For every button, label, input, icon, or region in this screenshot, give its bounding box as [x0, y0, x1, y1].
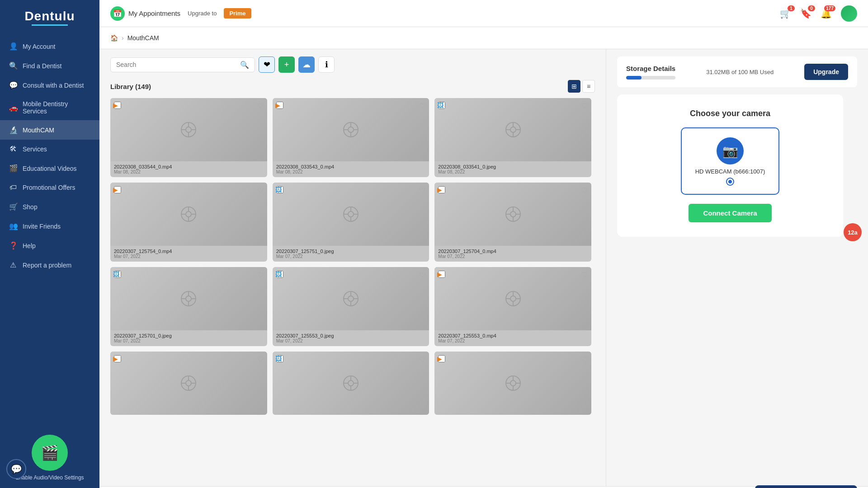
media-thumbnail: ♡ 🖼: [434, 98, 591, 161]
media-thumbnail: ♡ 🖼: [273, 183, 429, 246]
media-item[interactable]: ♡ ▶ 20220308_033543_0.mp4 Mar 08, 2022: [273, 98, 429, 177]
info-button[interactable]: ℹ: [318, 56, 335, 73]
nav-label-report-problem: Report a problem: [23, 262, 71, 269]
media-heart-icon[interactable]: ♡: [581, 186, 588, 195]
media-item[interactable]: ♡ ▶ 20220307_125754_0.mp4 Mar 07, 2022: [110, 183, 267, 262]
sidebar-item-services[interactable]: 🛠Services: [0, 140, 99, 159]
cart-icon[interactable]: 🛒 1: [780, 8, 791, 19]
sidebar-item-help[interactable]: ❓Help: [0, 236, 99, 255]
media-item[interactable]: ♡ 🖼 20220308_033541_0.jpeg Mar 08, 2022: [434, 98, 591, 177]
media-date: Mar 08, 2022: [114, 169, 264, 174]
sidebar-item-find-dentist[interactable]: 🔍Find a Dentist: [0, 56, 99, 75]
media-heart-icon[interactable]: ♡: [419, 186, 425, 195]
appointments-label: My Appointments: [128, 9, 180, 17]
sidebar-item-mouthcam[interactable]: 🔬MouthCAM: [0, 120, 99, 140]
nav-icon-my-account: 👤: [9, 42, 17, 51]
media-item[interactable]: ♡ ▶ 20220307_125553_0.mp4 Mar 07, 2022: [434, 267, 591, 346]
media-heart-icon[interactable]: ♡: [581, 102, 588, 110]
search-input[interactable]: [116, 61, 240, 68]
media-heart-icon[interactable]: ♡: [257, 355, 264, 364]
media-item[interactable]: ♡ 🖼 20220307_125701_0.jpeg Mar 07, 2022: [110, 267, 267, 346]
sidebar-item-educational-videos[interactable]: 🎬Educational Videos: [0, 159, 99, 178]
connect-camera-button[interactable]: Connect Camera: [689, 204, 771, 222]
media-heart-icon[interactable]: ♡: [581, 355, 588, 364]
media-item[interactable]: ♡ ▶: [110, 352, 267, 415]
media-info: 20220307_125701_0.jpeg Mar 07, 2022: [110, 330, 267, 346]
media-item[interactable]: ♡ 🖼: [273, 352, 429, 415]
image-type-icon: 🖼: [275, 355, 282, 362]
svg-point-37: [186, 296, 191, 301]
media-item[interactable]: ♡ 🖼 20220307_125553_0.jpeg Mar 07, 2022: [273, 267, 429, 346]
media-date: Mar 07, 2022: [438, 254, 588, 259]
media-heart-icon[interactable]: ♡: [419, 102, 425, 110]
media-thumbnail: ♡ ▶: [434, 267, 591, 330]
media-heart-icon[interactable]: ♡: [257, 186, 264, 195]
sidebar-item-shop[interactable]: 🛒Shop: [0, 197, 99, 216]
modal-title: Choose your camera: [690, 109, 770, 118]
nav-icon-mobile-dentistry: 🚗: [9, 103, 17, 112]
media-thumbnail: ♡ ▶: [110, 352, 267, 415]
svg-point-49: [510, 296, 516, 301]
prime-badge[interactable]: Prime: [224, 8, 251, 19]
svg-point-55: [186, 380, 191, 386]
video-type-icon: ▶: [113, 102, 118, 109]
media-heart-icon[interactable]: ♡: [257, 271, 264, 279]
media-info: 20220307_125704_0.mp4 Mar 07, 2022: [434, 246, 591, 262]
storage-bar-fill: [626, 76, 642, 80]
media-heart-icon[interactable]: ♡: [419, 271, 425, 279]
breadcrumb-home[interactable]: 🏠: [110, 34, 118, 42]
media-filename: 20220308_033544_0.mp4: [114, 164, 264, 169]
upload-button[interactable]: ☁: [298, 56, 315, 73]
appointments-button[interactable]: 📅 My Appointments: [110, 6, 180, 21]
library-header: Library (149) ⊞ ≡: [110, 80, 595, 93]
wishlist-icon[interactable]: 🔖 0: [800, 8, 811, 19]
media-date: Mar 08, 2022: [276, 169, 426, 174]
alerts-badge: 177: [824, 5, 835, 11]
media-item[interactable]: ♡ ▶: [434, 352, 591, 415]
media-item[interactable]: ♡ ▶ 20220308_033544_0.mp4 Mar 08, 2022: [110, 98, 267, 177]
media-heart-icon[interactable]: ♡: [581, 271, 588, 279]
sidebar-item-my-account[interactable]: 👤My Account: [0, 37, 99, 56]
svg-point-25: [348, 211, 354, 217]
media-heart-icon[interactable]: ♡: [419, 355, 425, 364]
media-info: 20220308_033544_0.mp4 Mar 08, 2022: [110, 161, 267, 177]
media-item[interactable]: ♡ 🖼 20220307_125751_0.jpeg Mar 07, 2022: [273, 183, 429, 262]
chat-bubble-button[interactable]: 💬: [6, 459, 26, 479]
svg-point-67: [510, 380, 516, 386]
media-thumb-inner: [434, 267, 591, 330]
sidebar-nav: 👤My Account🔍Find a Dentist💬Consult with …: [0, 33, 99, 427]
favorite-filter-button[interactable]: ❤: [259, 56, 275, 73]
camera-radio[interactable]: [727, 178, 733, 185]
camera-option[interactable]: 📷 HD WEBCAM (b666:1007): [681, 127, 780, 195]
add-button[interactable]: +: [278, 56, 295, 73]
sidebar-item-invite-friends[interactable]: 👥Invite Friends: [0, 216, 99, 236]
sidebar-logo: Dentulu: [0, 0, 99, 33]
image-type-icon: 🖼: [437, 102, 443, 109]
media-item[interactable]: ♡ ▶ 20220307_125704_0.mp4 Mar 07, 2022: [434, 183, 591, 262]
sidebar-item-consult-dentist[interactable]: 💬Consult with a Dentist: [0, 75, 99, 95]
video-settings-button[interactable]: 🎬: [32, 435, 68, 471]
list-view-button[interactable]: ≡: [582, 80, 595, 93]
breadcrumb: 🏠 › MouthCAM: [99, 27, 868, 49]
media-filename: 20220307_125704_0.mp4: [438, 249, 588, 254]
nav-label-educational-videos: Educational Videos: [23, 165, 77, 172]
grid-view-button[interactable]: ⊞: [568, 80, 580, 93]
search-bar: 🔍 ❤ + ☁ ℹ: [110, 56, 595, 73]
media-date: Mar 07, 2022: [114, 254, 264, 259]
appointments-icon: 📅: [110, 6, 125, 21]
sidebar-item-promotional-offers[interactable]: 🏷Promotional Offers: [0, 178, 99, 197]
user-avatar[interactable]: [841, 5, 857, 22]
nav-icon-report-problem: ⚠: [9, 261, 17, 269]
camera-modal: Choose your camera 📷 HD WEBCAM (b666:100…: [617, 94, 843, 237]
media-thumb-inner: [434, 183, 591, 246]
sidebar-item-mobile-dentistry[interactable]: 🚗Mobile Dentistry Services: [0, 95, 99, 120]
media-date: Mar 07, 2022: [276, 254, 426, 259]
alerts-icon[interactable]: 🔔 177: [821, 8, 832, 19]
storage-title: Storage Details: [626, 65, 675, 72]
storage-upgrade-button[interactable]: Upgrade: [804, 64, 848, 80]
media-thumbnail: ♡ ▶: [434, 352, 591, 415]
svg-point-61: [348, 380, 354, 386]
media-heart-icon[interactable]: ♡: [257, 102, 264, 110]
sidebar-item-report-problem[interactable]: ⚠Report a problem: [0, 255, 99, 275]
media-thumbnail: ♡ ▶: [434, 183, 591, 246]
